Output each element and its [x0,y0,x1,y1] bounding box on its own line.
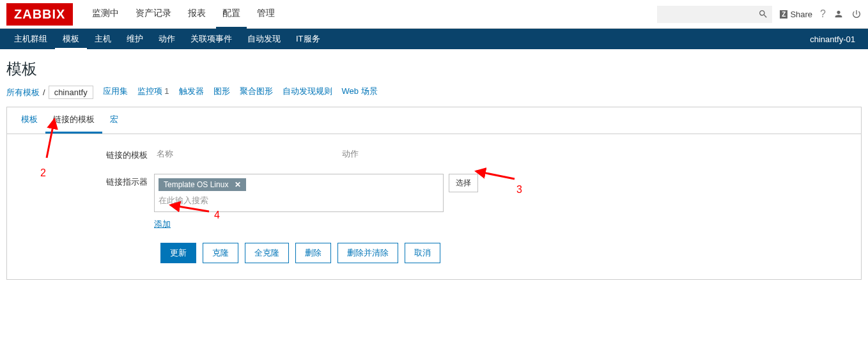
top-menu: 监测中 资产记录 报表 配置 管理 [86,0,281,29]
top-menu-administration[interactable]: 管理 [251,0,281,29]
top-menu-configuration[interactable]: 配置 [216,0,247,29]
content-card: 模板 链接的模板 宏 链接的模板 名称 动作 链接指示器 Template OS… [6,107,862,280]
delete-clear-button[interactable]: 删除并清除 [337,243,398,263]
sub-nav: 主机群组 模板 主机 维护 动作 关联项事件 自动发现 IT服务 chinant… [0,29,868,49]
update-button[interactable]: 更新 [160,243,196,263]
top-menu-inventory[interactable]: 资产记录 [129,0,178,29]
row-linked-templates: 链接的模板 名称 动作 [13,147,855,161]
button-row: 更新 克隆 全克隆 删除 删除并清除 取消 [160,243,855,263]
chip-remove-icon[interactable]: ✕ [235,180,241,189]
add-link[interactable]: 添加 [154,218,171,230]
share-z-icon: Z [780,10,787,19]
sub-nav-hostgroups[interactable]: 主机群组 [6,28,55,50]
clone-button[interactable]: 克隆 [203,243,238,263]
bc-screens[interactable]: 聚合图形 [240,86,273,99]
sub-nav-discovery[interactable]: 自动发现 [240,28,288,50]
delete-button[interactable]: 删除 [295,243,331,263]
tab-linked-templates[interactable]: 链接的模板 [45,107,102,134]
multiselect-templates[interactable]: Template OS Linux ✕ 在此输入搜索 [154,174,444,212]
sub-nav-hostname: chinantfy-01 [810,34,862,44]
help-icon[interactable]: ? [820,8,826,20]
breadcrumb-all-templates[interactable]: 所有模板 [6,87,40,98]
bc-items[interactable]: 监控项 1 [137,86,169,99]
cancel-button[interactable]: 取消 [405,243,440,263]
search-input[interactable] [657,6,772,23]
card-tabs: 模板 链接的模板 宏 [7,107,861,134]
sub-nav-actions[interactable]: 动作 [151,28,183,50]
linked-header: 名称 动作 [154,147,492,161]
bc-discovery-rules[interactable]: 自动发现规则 [283,86,332,99]
bc-triggers[interactable]: 触发器 [179,86,204,99]
search-wrap [657,6,772,23]
search-icon[interactable] [758,9,768,19]
label-link-indicator: 链接指示器 [13,174,154,188]
breadcrumb-current: chinantfy [49,86,93,99]
breadcrumb: 所有模板 / chinantfy 应用集 监控项 1 触发器 图形 聚合图形 自… [0,86,868,107]
multiselect-placeholder[interactable]: 在此输入搜索 [157,192,440,209]
sub-nav-correlation[interactable]: 关联项事件 [183,28,240,50]
logo: ZABBIX [6,3,73,26]
row-link-indicator: 链接指示器 Template OS Linux ✕ 在此输入搜索 选择 添加 [13,174,855,230]
breadcrumb-separator: / [43,88,45,97]
page-title: 模板 [6,59,862,79]
user-icon[interactable] [833,9,844,19]
top-nav: ZABBIX 监测中 资产记录 报表 配置 管理 Z Share ? [0,0,868,29]
chip-template-os-linux: Template OS Linux ✕ [159,178,246,191]
select-button[interactable]: 选择 [449,174,478,192]
sub-nav-hosts[interactable]: 主机 [87,28,119,50]
power-icon[interactable] [851,9,862,19]
sub-nav-templates[interactable]: 模板 [55,28,87,50]
linked-header-name: 名称 [154,147,339,161]
page-header: 模板 [0,49,868,86]
top-menu-reports[interactable]: 报表 [182,0,212,29]
full-clone-button[interactable]: 全克隆 [245,243,289,263]
linked-header-action: 动作 [339,147,361,161]
form-area: 链接的模板 名称 动作 链接指示器 Template OS Linux ✕ [7,134,861,279]
share-button[interactable]: Z Share [780,10,812,19]
chip-label: Template OS Linux [164,180,228,189]
bc-web-scenarios[interactable]: Web 场景 [342,86,378,99]
tab-macros[interactable]: 宏 [102,107,126,134]
bc-graphs[interactable]: 图形 [213,86,230,99]
sub-nav-maintenance[interactable]: 维护 [119,28,151,50]
top-menu-monitoring[interactable]: 监测中 [86,0,125,29]
breadcrumb-path: 所有模板 / chinantfy [6,86,93,99]
top-right: Z Share ? [657,6,862,23]
share-label: Share [790,10,812,19]
sub-nav-itservices[interactable]: IT服务 [288,28,328,50]
label-linked-templates: 链接的模板 [13,147,154,161]
tab-template[interactable]: 模板 [13,107,45,134]
bc-applications[interactable]: 应用集 [103,86,128,99]
